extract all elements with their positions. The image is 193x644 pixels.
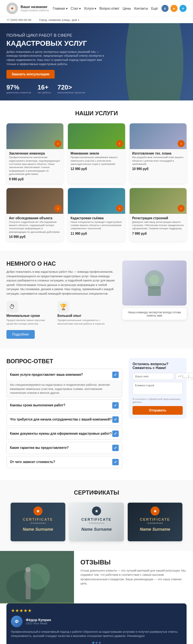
faq-question-6[interactable]: От чего зависит стоимость? ✓ — [7, 456, 122, 468]
about-more-button[interactable]: Подробнее — [6, 330, 35, 339]
service-image-2: › — [68, 123, 125, 149]
about-right: Наша команда экспертов всегда готова пом… — [122, 260, 187, 339]
service-image-5: › — [68, 188, 125, 214]
stat-experience: 16+ лет работы — [38, 84, 51, 94]
review-dot-3[interactable] — [99, 642, 101, 644]
certificates-grid: ★ CERTIFICATE of Achievement Name Surnam… — [6, 503, 187, 541]
contact-title: Остались вопросы? Свяжитесь с Нами! — [133, 362, 183, 370]
nav-about[interactable]: Стал ▾ — [71, 7, 81, 10]
reviewer-avatar-1: Ф — [11, 616, 23, 627]
feature-icon-1: ⏱ — [6, 301, 18, 313]
faq-left: ВОПРОС-ОТВЕТ Какие услуги предоставляет … — [6, 358, 122, 470]
service-name-6: Регистрация строений — [132, 216, 184, 220]
nav-more[interactable]: Ещё — [151, 7, 158, 10]
contact-comment-textarea[interactable] — [133, 382, 183, 395]
company-name: Ваше название — [21, 5, 49, 9]
feature-1: ⏱ Минимальные сроки Предоставляем самые … — [6, 301, 52, 326]
service-info-5: Кадастровая съёмка Наши специалисты пров… — [68, 214, 125, 238]
faq-question-4[interactable]: Какие документы нужны для оформления кад… — [7, 428, 122, 440]
faq-toggle-1[interactable]: ✓ — [112, 372, 119, 378]
faq-item-1: Какие услуги предоставляет ваша компания… — [6, 369, 122, 397]
service-arrow-3[interactable]: › — [178, 140, 185, 147]
service-price-6: 7 990 руб — [132, 232, 184, 235]
stat-label-projects: выполненных проектов — [58, 91, 86, 94]
nav-home[interactable]: Главная ▾ — [53, 7, 68, 10]
service-card-5: › Кадастровая съёмка Наши специалисты пр… — [68, 188, 125, 242]
hero-cta-button[interactable]: Заказать консультацию — [6, 70, 55, 79]
contact-submit-button[interactable]: Отправить — [133, 406, 183, 415]
address-label: Город, название улицы, дом 1 — [39, 18, 79, 22]
faq-contact-box: Остались вопросы? Свяжитесь с Нами! Я со… — [129, 358, 187, 470]
faq-toggle-2[interactable]: ✓ — [112, 402, 119, 409]
service-arrow-5[interactable]: › — [116, 205, 123, 212]
service-price-1: 9 990 руб — [9, 177, 61, 181]
faq-title: ВОПРОС-ОТВЕТ — [6, 358, 122, 365]
stat-num-experience: 16+ — [38, 84, 51, 91]
feature-desc-1: Предоставляем самые короткие сроки без п… — [6, 319, 52, 326]
about-description: Добро пожаловать в мир кадастровых работ… — [6, 270, 116, 296]
faq-section: ВОПРОС-ОТВЕТ Какие услуги предоставляет … — [0, 348, 193, 480]
services-section: НАШИ УСЛУГИ › Заключение инженера Профес… — [0, 100, 193, 251]
ok-icon[interactable]: ● — [170, 5, 178, 12]
service-image-1: › — [6, 123, 63, 149]
social-icons: в ● ✈ — [161, 5, 187, 12]
faq-toggle-5[interactable]: ✓ — [112, 445, 119, 451]
certificates-section: СЕРТИФИКАТЫ ★ CERTIFICATE of Achievement… — [0, 480, 193, 551]
contact-name-input[interactable] — [133, 373, 174, 380]
hero-stats: 97% довольных клиентов 16+ лет работы 72… — [6, 84, 106, 94]
cert-name-1: Name Surname — [14, 527, 62, 532]
reviewer-name-1: Фёдор Куприн — [26, 618, 51, 622]
service-price-4: 14 990 руб — [9, 235, 61, 239]
service-card-2: › Межевание земли Профессиональное межев… — [68, 123, 125, 183]
nav-contacts[interactable]: Контакты — [134, 7, 148, 10]
reviews-section: ОТЗЫВЫ Отзыв довольного клиента — это лу… — [0, 551, 193, 644]
cert-badge-1: ★ — [33, 507, 42, 516]
feature-2: 🏆 Большой опыт Профессиональные специали… — [58, 301, 116, 326]
stat-label-satisfaction: довольных клиентов — [6, 91, 31, 94]
service-price-2: 12 990 руб — [70, 167, 122, 171]
cert-badge-3: ★ — [151, 507, 160, 516]
faq-toggle-3[interactable]: ✓ — [112, 416, 119, 423]
service-arrow-2[interactable]: › — [116, 140, 123, 147]
service-arrow-6[interactable]: › — [178, 205, 185, 212]
svg-rect-2 — [148, 286, 161, 296]
cert-title-3: CERTIFICATE — [131, 517, 179, 521]
nav-prices[interactable]: Цены — [123, 7, 131, 10]
faq-question-1[interactable]: Какие услуги предоставляет ваша компания… — [7, 369, 122, 381]
header: Ваше название Кадастровые работы Главная… — [0, 0, 193, 17]
nav-services[interactable]: Услуги ▾ — [84, 7, 96, 10]
service-info-1: Заключение инженера Профессиональное зак… — [6, 149, 63, 183]
hero-title: КАДАСТРОВЫХ УСЛУГ — [6, 39, 106, 47]
about-team-label: Наша команда экспертов всегда готова пом… — [122, 308, 187, 320]
telegram-icon[interactable]: ✈ — [179, 5, 187, 12]
cert-title-2: CERTIFICATE — [72, 517, 121, 521]
service-price-3: 10 990 руб — [132, 167, 184, 171]
faq-question-2[interactable]: Каковы сроки выполнения работ? ✓ — [7, 400, 122, 411]
cert-sub-3: of Achievement — [131, 522, 179, 524]
phone-label[interactable]: +7 (000) 000-00-00 — [6, 18, 31, 22]
service-info-3: Изготовление тех. плана Мы разработаем т… — [130, 149, 187, 173]
faq-question-5[interactable]: Какие гарантии вы предоставляете? ✓ — [7, 442, 122, 454]
nav-faq[interactable]: Вопрос-ответ — [99, 7, 119, 10]
service-arrow-4[interactable]: › — [54, 205, 61, 212]
svg-point-8 — [25, 567, 31, 572]
service-image-6: › — [130, 188, 187, 214]
service-arrow-1[interactable]: › — [54, 140, 61, 147]
cert-content-3: ★ CERTIFICATE of Achievement Name Surnam… — [128, 503, 182, 535]
service-name-2: Межевание земли — [70, 152, 122, 155]
faq-toggle-4[interactable]: ✓ — [112, 431, 119, 437]
review-dot-1[interactable] — [92, 642, 94, 644]
review-dot-2[interactable] — [96, 642, 97, 644]
services-title: НАШИ УСЛУГИ — [6, 110, 187, 117]
feature-name-2: Большой опыт — [58, 314, 82, 317]
about-section: НЕМНОГО О НАС Добро пожаловать в мир кад… — [0, 251, 193, 348]
review-dots — [11, 642, 182, 644]
faq-answer-1: Мы специализируемся на кадастровых и гео… — [7, 381, 122, 397]
vk-icon[interactable]: в — [161, 5, 169, 12]
service-desc-3: Мы разработаем технический план вашего о… — [132, 156, 184, 166]
cert-content-1: ★ CERTIFICATE of Achievement Name Surnam… — [11, 503, 65, 535]
faq-toggle-6[interactable]: ✓ — [112, 459, 119, 465]
faq-question-3[interactable]: Что требуется для начала сотрудничества … — [7, 414, 122, 425]
svg-rect-7 — [26, 570, 31, 599]
contact-phone-input[interactable] — [176, 373, 193, 380]
